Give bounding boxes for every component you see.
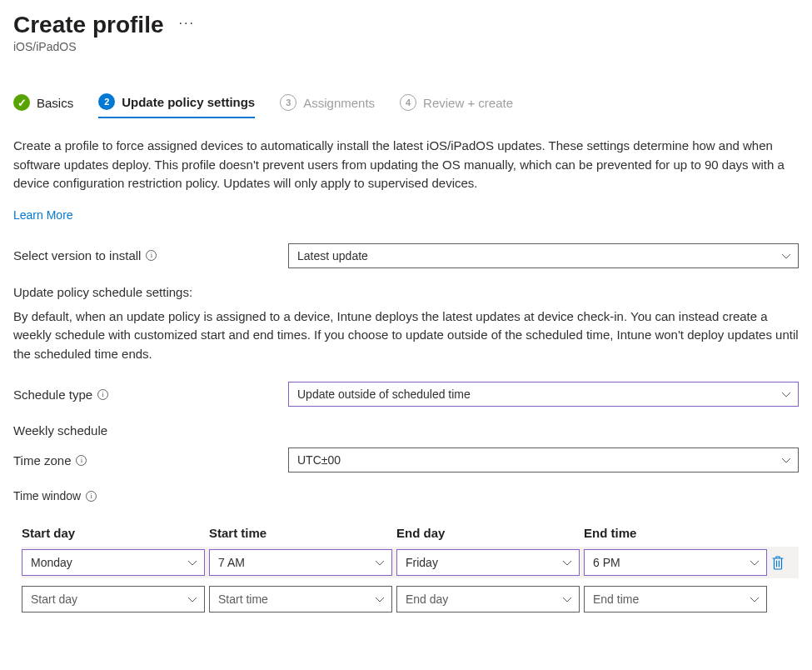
- col-start-day: Start day: [22, 526, 205, 540]
- schedule-type-label: Schedule type i: [13, 388, 288, 402]
- end-time-select[interactable]: 6 PM: [584, 549, 767, 576]
- chevron-down-icon: [781, 253, 790, 258]
- step-number-icon: 3: [280, 94, 296, 111]
- step-label: Update policy settings: [122, 95, 255, 109]
- weekly-schedule-heading: Weekly schedule: [13, 423, 799, 438]
- schedule-settings-heading: Update policy schedule settings:: [13, 285, 799, 299]
- learn-more-link[interactable]: Learn More: [13, 208, 73, 222]
- page-subtitle: iOS/iPadOS: [13, 40, 799, 53]
- chevron-down-icon: [781, 392, 790, 397]
- version-label: Select version to install i: [13, 248, 288, 262]
- page-title: Create profile: [13, 12, 164, 38]
- col-start-time: Start time: [209, 526, 392, 540]
- more-actions-button[interactable]: ···: [179, 16, 195, 35]
- schedule-type-select[interactable]: Update outside of scheduled time: [288, 382, 799, 407]
- chevron-down-icon: [187, 597, 196, 602]
- step-assignments[interactable]: 3 Assignments: [280, 94, 375, 118]
- table-header: Start day Start time End day End time: [22, 526, 799, 540]
- page-description: Create a profile to force assigned devic…: [13, 137, 796, 193]
- step-label: Review + create: [423, 96, 513, 110]
- table-row: Monday 7 AM Friday 6 PM: [22, 547, 799, 578]
- col-end-time: End time: [584, 526, 767, 540]
- schedule-settings-description: By default, when an update policy is ass…: [13, 308, 799, 364]
- timezone-label: Time zone i: [13, 453, 288, 468]
- info-icon[interactable]: i: [76, 455, 87, 466]
- chevron-down-icon: [562, 597, 570, 602]
- info-icon[interactable]: i: [97, 389, 108, 400]
- step-number-icon: 2: [98, 93, 115, 110]
- start-time-select[interactable]: 7 AM: [209, 549, 392, 576]
- end-day-select[interactable]: Friday: [396, 549, 580, 576]
- version-select[interactable]: Latest update: [288, 243, 799, 268]
- wizard-steps: ✓ Basics 2 Update policy settings 3 Assi…: [13, 93, 799, 118]
- timezone-select[interactable]: UTC±00: [288, 448, 799, 472]
- chevron-down-icon: [750, 560, 758, 565]
- chevron-down-icon: [750, 597, 758, 602]
- col-end-day: End day: [396, 526, 580, 540]
- step-review-create[interactable]: 4 Review + create: [400, 94, 513, 118]
- info-icon[interactable]: i: [86, 491, 97, 502]
- delete-row-button[interactable]: [771, 555, 785, 570]
- step-label: Basics: [37, 96, 73, 110]
- step-label: Assignments: [303, 96, 375, 110]
- check-icon: ✓: [13, 94, 30, 111]
- chevron-down-icon: [781, 458, 790, 462]
- time-window-table: Start day Start time End day End time Mo…: [22, 526, 799, 615]
- time-window-label: Time window i: [13, 489, 799, 502]
- chevron-down-icon: [375, 560, 383, 565]
- chevron-down-icon: [562, 560, 570, 565]
- end-time-select[interactable]: End time: [584, 586, 767, 612]
- start-day-select[interactable]: Start day: [22, 586, 205, 612]
- start-day-select[interactable]: Monday: [22, 549, 205, 576]
- info-icon[interactable]: i: [146, 250, 157, 261]
- chevron-down-icon: [375, 597, 383, 602]
- end-day-select[interactable]: End day: [396, 586, 580, 612]
- start-time-select[interactable]: Start time: [209, 586, 392, 612]
- step-update-policy-settings[interactable]: 2 Update policy settings: [98, 93, 255, 118]
- step-number-icon: 4: [400, 94, 416, 111]
- table-row: Start day Start time End day End time: [22, 583, 799, 615]
- step-basics[interactable]: ✓ Basics: [13, 94, 73, 118]
- chevron-down-icon: [187, 560, 196, 565]
